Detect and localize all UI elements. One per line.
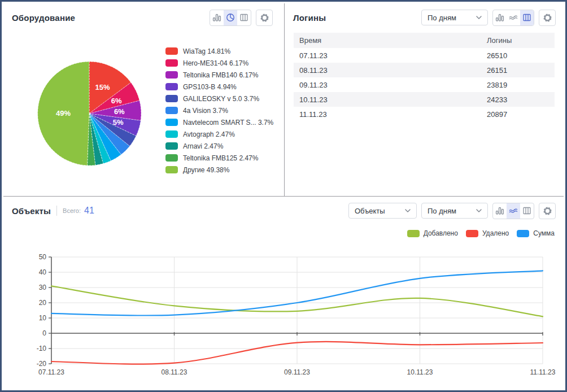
cell-logins: 26510 xyxy=(487,51,555,60)
svg-text:50: 50 xyxy=(39,253,47,261)
cell-time: 07.11.23 xyxy=(294,51,487,60)
legend-label: Teltonika FMB125 2.47% xyxy=(183,154,258,162)
legend-item[interactable]: Hero-ME31-04 6.17% xyxy=(165,57,273,69)
chevron-down-icon xyxy=(476,16,482,19)
pie-slice-label: 15% xyxy=(95,83,110,92)
svg-text:-10: -10 xyxy=(37,345,47,352)
equipment-pie-legend: WiaTag 14.81%Hero-ME31-04 6.17%Teltonika… xyxy=(165,45,273,176)
legend-item[interactable]: GPS103-B 4.94% xyxy=(165,81,273,93)
legend-label: Avtograph 2.47% xyxy=(183,130,235,138)
objects-view-switcher xyxy=(492,203,534,219)
line-chart-view-icon[interactable] xyxy=(507,203,520,219)
pie-slice-label: 6% xyxy=(111,97,122,105)
svg-text:07.11.23: 07.11.23 xyxy=(38,368,64,376)
legend-swatch xyxy=(165,71,178,79)
svg-text:20: 20 xyxy=(39,299,47,307)
legend-label: Navtelecom SMART S... 3.7% xyxy=(183,119,273,127)
table-view-icon[interactable] xyxy=(520,10,534,25)
cell-logins: 26151 xyxy=(487,66,555,75)
table-view-icon[interactable] xyxy=(520,203,534,219)
legend-item[interactable]: Удалено xyxy=(466,229,509,237)
legend-item[interactable]: Teltonika FMB125 2.47% xyxy=(165,152,273,164)
cell-logins: 24233 xyxy=(487,95,555,104)
table-row: 09.11.2323819 xyxy=(294,77,555,92)
legend-label: 4a Vision 3.7% xyxy=(183,107,228,115)
logins-period-value: По дням xyxy=(428,14,456,22)
legend-swatch xyxy=(165,166,178,173)
legend-swatch xyxy=(407,230,420,237)
objects-chart-legend: ДобавленоУдаленоСумма xyxy=(407,229,555,237)
cell-time: 11.11.23 xyxy=(294,110,487,119)
equipment-panel: Оборудование 15%6%6%5%49% WiaTag 14.81%H… xyxy=(3,3,285,197)
dashboard-frame: Оборудование 15%6%6%5%49% WiaTag 14.81%H… xyxy=(0,0,567,392)
legend-label: Другие 49.38% xyxy=(183,166,229,174)
objects-title: Объекты xyxy=(12,206,51,216)
legend-item[interactable]: Arnavi 2.47% xyxy=(165,140,273,152)
legend-label: Hero-ME31-04 6.17% xyxy=(183,59,248,67)
legend-label: Сумма xyxy=(533,229,555,237)
legend-swatch xyxy=(165,107,178,114)
objects-panel: Объекты Всего: 41 Объекты По дням xyxy=(3,197,564,389)
legend-item[interactable]: 4a Vision 3.7% xyxy=(165,104,273,116)
logins-table-body: 07.11.232651008.11.232615109.11.23238191… xyxy=(294,48,555,121)
line-chart-view-icon[interactable] xyxy=(507,10,520,25)
divider xyxy=(56,206,57,216)
legend-label: WiaTag 14.81% xyxy=(183,47,230,55)
pie-slice-label: 6% xyxy=(114,107,125,116)
legend-swatch xyxy=(165,119,178,126)
legend-item[interactable]: Avtograph 2.47% xyxy=(165,128,273,140)
svg-text:10: 10 xyxy=(39,314,47,322)
legend-item[interactable]: WiaTag 14.81% xyxy=(165,45,273,57)
svg-text:0: 0 xyxy=(42,329,46,337)
legend-swatch xyxy=(165,47,178,55)
svg-text:09.11.23: 09.11.23 xyxy=(284,368,310,376)
objects-settings-button[interactable] xyxy=(539,203,556,219)
table-row: 11.11.2320897 xyxy=(294,107,555,121)
column-header-logins: Логины xyxy=(487,36,555,45)
objects-period-select[interactable]: По дням xyxy=(421,203,488,219)
objects-entity-value: Объекты xyxy=(355,207,385,215)
legend-item[interactable]: Добавлено xyxy=(407,229,458,237)
legend-swatch xyxy=(466,230,478,237)
logins-panel: Логины По дням Время Логины 07.11.232651… xyxy=(285,3,564,197)
legend-swatch xyxy=(165,154,178,162)
logins-header: Логины По дням xyxy=(285,3,564,26)
pie-slice-label: 49% xyxy=(56,109,71,117)
legend-swatch xyxy=(165,130,178,138)
objects-entity-select[interactable]: Объекты xyxy=(348,203,417,219)
table-row: 08.11.2326151 xyxy=(294,63,555,77)
pie-slice-label: 5% xyxy=(113,118,124,127)
svg-text:40: 40 xyxy=(39,268,47,276)
legend-label: GPS103-B 4.94% xyxy=(183,83,237,91)
legend-item[interactable]: Другие 49.38% xyxy=(165,164,273,176)
legend-swatch xyxy=(165,142,178,150)
legend-label: Teltonika FMB140 6.17% xyxy=(183,71,258,79)
column-header-time: Время xyxy=(294,36,487,45)
svg-text:11.11.23: 11.11.23 xyxy=(530,368,556,376)
legend-label: GALILEOSKY v 5.0 3.7% xyxy=(183,95,259,103)
bar-chart-view-icon[interactable] xyxy=(493,203,507,219)
logins-title: Логины xyxy=(293,13,326,23)
logins-table-header: Время Логины xyxy=(294,33,555,48)
legend-item[interactable]: Teltonika FMB140 6.17% xyxy=(165,69,273,81)
objects-period-value: По дням xyxy=(428,207,456,215)
legend-item[interactable]: Navtelecom SMART S... 3.7% xyxy=(165,116,273,128)
legend-item[interactable]: Сумма xyxy=(517,229,555,237)
logins-view-switcher xyxy=(492,10,534,26)
table-row: 07.11.2326510 xyxy=(294,48,555,63)
chevron-down-icon xyxy=(476,209,482,212)
svg-text:-20: -20 xyxy=(37,360,47,368)
legend-item[interactable]: GALILEOSKY v 5.0 3.7% xyxy=(165,93,273,104)
svg-text:10.11.23: 10.11.23 xyxy=(407,368,433,376)
legend-swatch xyxy=(517,230,529,237)
svg-text:08.11.23: 08.11.23 xyxy=(162,368,187,376)
cell-time: 10.11.23 xyxy=(294,95,487,104)
logins-settings-button[interactable] xyxy=(539,10,556,26)
bar-chart-view-icon[interactable] xyxy=(493,10,507,25)
logins-period-select[interactable]: По дням xyxy=(421,10,488,25)
objects-total-value: 41 xyxy=(84,206,94,216)
objects-total-label: Всего: xyxy=(63,207,81,214)
chevron-down-icon xyxy=(405,209,411,212)
cell-time: 09.11.23 xyxy=(294,81,487,89)
logins-table: Время Логины 07.11.232651008.11.23261510… xyxy=(294,33,555,121)
